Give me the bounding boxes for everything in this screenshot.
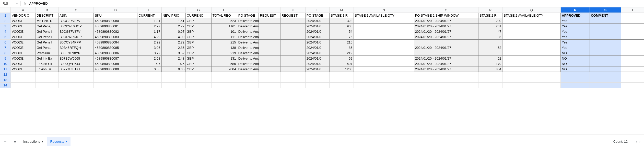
cell-S2[interactable] — [590, 18, 621, 24]
cell-N10[interactable] — [354, 61, 414, 66]
cell-A13[interactable] — [10, 77, 36, 83]
cell-G2[interactable]: GBP — [186, 18, 212, 24]
cell-H5[interactable]: 111 — [211, 34, 237, 40]
row-header-9[interactable]: 9 — [0, 56, 11, 61]
cell-E3[interactable]: 2.97 — [137, 24, 161, 29]
cell-S4[interactable] — [590, 29, 621, 34]
cell-D14[interactable] — [94, 83, 137, 88]
col-header-H[interactable]: H — [211, 7, 237, 13]
cell-S10[interactable] — [590, 61, 621, 66]
cell-K11[interactable] — [280, 66, 306, 72]
cell-C14[interactable] — [58, 83, 93, 88]
cell-I11[interactable]: Deliver to Amazon (Prepaid) — [237, 66, 259, 72]
cell-Q14[interactable] — [502, 83, 561, 88]
cell-Q4[interactable] — [502, 29, 561, 34]
cell-K2[interactable] — [280, 18, 306, 24]
cell-D6[interactable]: 4589890830084 — [94, 40, 137, 45]
cell-Q2[interactable] — [502, 18, 561, 24]
cell-I7[interactable]: Deliver to Amazon (Prepaid) — [237, 45, 259, 50]
cell-L12[interactable] — [305, 72, 329, 77]
cell-B6[interactable]: Gel Pens I — [36, 40, 58, 45]
cell-J3[interactable] — [259, 24, 280, 29]
cell-P5[interactable]: 35 — [478, 34, 502, 40]
cell-O7[interactable]: 2024/01/20 - 2024/01/27 — [414, 45, 478, 50]
cell-R5[interactable]: Yes — [561, 34, 590, 40]
row-header-11[interactable]: 11 — [0, 66, 11, 72]
cell-J6[interactable] — [259, 40, 280, 45]
cell-M10[interactable]: 407 — [330, 61, 354, 66]
cell-M13[interactable] — [330, 77, 354, 83]
cell-C8[interactable]: B08FNLN8YP — [58, 50, 93, 56]
cell-R4[interactable]: Yes — [561, 29, 590, 34]
col-header-K[interactable]: K — [280, 7, 306, 13]
cell-K8[interactable] — [280, 50, 306, 56]
header-cell[interactable]: REQUEST — [280, 13, 306, 18]
add-sheet-button[interactable]: + — [0, 137, 10, 146]
col-header-C[interactable]: C — [58, 7, 93, 13]
cell-J10[interactable] — [259, 61, 280, 66]
cell-J9[interactable] — [259, 56, 280, 61]
col-header-A[interactable]: A — [10, 7, 36, 13]
cell-C5[interactable]: B0CDWL9JGP — [58, 34, 93, 40]
cell-I13[interactable] — [237, 77, 259, 83]
cell-K7[interactable] — [280, 45, 306, 50]
cell-M14[interactable] — [330, 83, 354, 88]
cell-B2[interactable]: Mr. Pen- R — [36, 18, 58, 24]
header-cell[interactable]: TOTAL REQ — [211, 13, 237, 18]
cell-E2[interactable]: 1.81 — [137, 18, 161, 24]
cell-O14[interactable] — [414, 83, 478, 88]
col-header-B[interactable]: B — [36, 7, 58, 13]
cell-D2[interactable]: 4589890830080 — [94, 18, 137, 24]
cell-S7[interactable] — [590, 45, 621, 50]
col-header-L[interactable]: L — [305, 7, 329, 13]
header-cell[interactable]: COMMENT — [590, 13, 621, 18]
row-header-8[interactable]: 8 — [0, 50, 11, 56]
col-header-R[interactable]: R — [561, 7, 590, 13]
scroll-right-icon[interactable]: › — [639, 140, 640, 143]
cell-O6[interactable] — [414, 40, 478, 45]
cell-T13[interactable] — [621, 77, 644, 83]
header-cell[interactable]: PO STAGE — [305, 13, 329, 18]
cell-C9[interactable]: B07B6W5668 — [58, 56, 93, 61]
col-header-S[interactable]: S — [590, 7, 621, 13]
header-cell[interactable]: CURRENC — [186, 13, 212, 18]
formula-input[interactable] — [28, 2, 643, 5]
cell-F6[interactable]: 2.72 — [161, 40, 185, 45]
cell-R2[interactable]: Yes — [561, 18, 590, 24]
tab-requests[interactable]: Requests ▾ — [47, 137, 71, 146]
row-header-13[interactable]: 13 — [0, 77, 11, 83]
cell-O11[interactable]: 2024/01/20 - 2024/01/27 — [414, 66, 478, 72]
cell-K3[interactable] — [280, 24, 306, 29]
cell-D8[interactable]: 4589890830086 — [94, 50, 137, 56]
cell-H7[interactable]: 138 — [211, 45, 237, 50]
header-cell[interactable]: REQUEST — [259, 13, 280, 18]
cell-H9[interactable]: 131 — [211, 56, 237, 61]
cell-O10[interactable]: 2024/01/20 - 2024/01/27 — [414, 61, 478, 66]
cell-L2[interactable]: 2024/01/0 — [305, 18, 329, 24]
cell-M2[interactable]: 323 — [330, 18, 354, 24]
header-cell[interactable] — [621, 13, 644, 18]
col-header-P[interactable]: P — [478, 7, 502, 13]
cell-I2[interactable]: Deliver to Amazon (Prepaid) — [237, 18, 259, 24]
row-header-6[interactable]: 6 — [0, 40, 11, 45]
header-cell[interactable]: NEW PRIC — [161, 13, 185, 18]
cell-O5[interactable]: 2024/01/20 - 2024/01/27 — [414, 34, 478, 40]
cell-L6[interactable]: 2024/01/0 — [305, 40, 329, 45]
cell-T4[interactable] — [621, 29, 644, 34]
cell-N4[interactable] — [354, 29, 414, 34]
cell-O2[interactable]: 2024/01/20 - 2024/01/27 — [414, 18, 478, 24]
cell-I9[interactable]: Deliver to Amazon (Prepaid) — [237, 56, 259, 61]
cell-C10[interactable]: B009QYH644 — [58, 61, 93, 66]
cell-A3[interactable]: VCODE — [10, 24, 36, 29]
cell-E5[interactable]: 4.29 — [137, 34, 161, 40]
cell-D9[interactable]: 4589890830087 — [94, 56, 137, 61]
cell-E12[interactable] — [137, 72, 161, 77]
cell-O3[interactable]: 2024/01/20 - 2024/01/27 — [414, 24, 478, 29]
cell-F4[interactable]: 0.97 — [161, 29, 185, 34]
cell-I4[interactable]: Deliver to Amazon (Prepaid) — [237, 29, 259, 34]
cell-P8[interactable] — [478, 50, 502, 56]
cell-A8[interactable]: VCODE — [10, 50, 36, 56]
cell-D11[interactable]: 4589890830089 — [94, 66, 137, 72]
cell-F5[interactable]: 4.09 — [161, 34, 185, 40]
cell-S14[interactable] — [590, 83, 621, 88]
